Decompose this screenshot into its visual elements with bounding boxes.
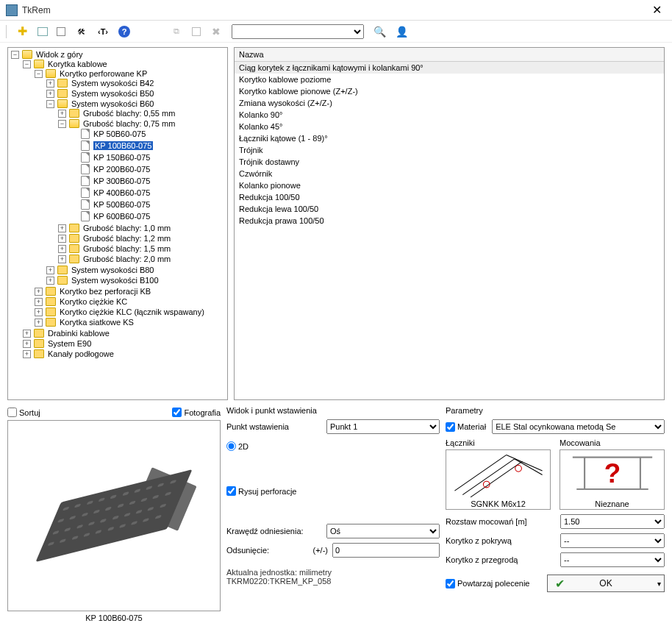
tree-item[interactable]: Grubość blachy: 1,5 mm xyxy=(83,244,171,253)
tree-leaf-selected[interactable]: KP 100B60-075 xyxy=(93,141,153,150)
expand-toggle[interactable]: − xyxy=(58,120,66,128)
expand-toggle[interactable]: + xyxy=(23,330,31,338)
tree-item[interactable]: System wysokości B50 xyxy=(71,89,154,98)
list-item[interactable]: Redukcja 100/50 xyxy=(235,191,664,203)
punkt-select[interactable]: Punkt 1 xyxy=(326,419,440,434)
tree-leaf[interactable]: KP 300B60-075 xyxy=(93,177,150,185)
expand-toggle[interactable]: + xyxy=(46,79,54,88)
list-item[interactable]: Czwórnik xyxy=(235,168,664,179)
tree-item[interactable]: Kanały podłogowe xyxy=(48,349,114,358)
find-person-icon[interactable]: 👤 xyxy=(395,25,408,38)
tree-leaf[interactable]: KP 500B60-075 xyxy=(93,200,150,209)
tree-item[interactable]: Korytko ciężkie KC xyxy=(60,297,127,306)
expand-toggle[interactable]: + xyxy=(46,266,54,274)
radio-2d[interactable]: 2D xyxy=(226,441,249,451)
expand-toggle[interactable]: + xyxy=(23,340,31,348)
krawedz-select[interactable]: Oś xyxy=(326,524,440,538)
przegroda-select[interactable]: -- xyxy=(560,552,665,567)
tree-leaf[interactable]: KP 200B60-075 xyxy=(93,165,150,174)
expand-toggle[interactable]: + xyxy=(46,90,54,98)
tree-item[interactable]: Korytko bez perforacji KB xyxy=(60,287,151,296)
laczniki-thumb[interactable]: SGNKK M6x12 xyxy=(446,449,551,510)
pokrywa-select[interactable]: -- xyxy=(560,533,665,548)
delete-icon[interactable]: ✖ xyxy=(210,25,223,38)
powtarzaj-checkbox[interactable]: Powtarzaj polecenie xyxy=(446,579,529,588)
list-item[interactable]: Redukcja prawa 100/50 xyxy=(235,215,664,227)
expand-toggle[interactable]: − xyxy=(11,51,19,59)
tree-leaf[interactable]: KP 150B60-075 xyxy=(93,153,150,162)
tree-item[interactable]: Korytko ciężkie KLC (łącznik wspawany) xyxy=(60,307,204,316)
list-item[interactable]: Redukcja lewa 100/50 xyxy=(235,203,664,215)
tree-root[interactable]: Widok z góry xyxy=(36,50,83,59)
list-item[interactable]: Kolanko 90° xyxy=(235,109,664,121)
tree-item[interactable]: Grubość blachy: 2,0 mm xyxy=(83,255,171,263)
expand-toggle[interactable]: + xyxy=(58,224,66,232)
expand-toggle[interactable]: + xyxy=(46,277,54,285)
expand-toggle[interactable]: − xyxy=(46,100,54,108)
ok-button[interactable]: ✔ OK ▾ xyxy=(547,575,665,592)
expand-toggle[interactable]: + xyxy=(58,255,66,263)
chevron-down-icon[interactable]: ▾ xyxy=(657,580,661,588)
expand-toggle[interactable]: − xyxy=(35,70,43,78)
list-item[interactable]: Korytko kablowe pionowe (Z+/Z-) xyxy=(235,85,664,97)
toolbar-search-combo[interactable] xyxy=(232,24,364,39)
tree-item[interactable]: System wysokości B80 xyxy=(71,266,154,274)
tree-item[interactable]: Grubość blachy: 1,0 mm xyxy=(83,224,171,232)
list-item[interactable]: Kolanko pionowe xyxy=(235,179,664,191)
tree-item[interactable]: Grubość blachy: 1,2 mm xyxy=(83,234,171,243)
sort-checkbox[interactable]: Sortuj xyxy=(7,408,40,417)
expand-toggle[interactable]: + xyxy=(58,235,66,243)
tree-leaf[interactable]: KP 600B60-075 xyxy=(93,212,150,221)
expand-toggle[interactable]: + xyxy=(35,288,43,296)
photo-checkbox[interactable]: Fotografia xyxy=(172,408,221,417)
list-item[interactable]: Trójnik dostawny xyxy=(235,156,664,168)
pokrywa-label: Korytko z pokrywą xyxy=(446,536,556,545)
list-item[interactable]: Korytko kablowe poziome xyxy=(235,74,664,85)
tree-item[interactable]: Drabinki kablowe xyxy=(48,329,110,338)
expand-toggle[interactable]: + xyxy=(58,245,66,253)
tree-item[interactable]: System E90 xyxy=(48,339,91,348)
odsuniecie-input[interactable] xyxy=(332,543,440,558)
help-icon[interactable]: ? xyxy=(118,26,130,38)
search-icon[interactable]: 🔍 xyxy=(373,25,386,38)
list-item[interactable]: Zmiana wysokości (Z+/Z-) xyxy=(235,97,664,109)
tree-item[interactable]: Korytka siatkowe KS xyxy=(60,318,134,327)
tree-item[interactable]: Grubość blachy: 0,55 mm xyxy=(83,109,175,118)
list-item[interactable]: Ciąg korytek z łącznikami kątowymi i kol… xyxy=(235,62,664,74)
list-item[interactable]: Łączniki kątowe (1 - 89)° xyxy=(235,132,664,144)
material-checkbox[interactable]: Materiał xyxy=(446,422,486,432)
tree-item[interactable]: System wysokości B42 xyxy=(71,79,154,88)
expand-toggle[interactable]: + xyxy=(35,298,43,306)
card-icon[interactable] xyxy=(37,27,48,36)
expand-toggle[interactable]: + xyxy=(58,110,66,118)
rozstaw-select[interactable]: 1.50 xyxy=(560,514,665,529)
tools-icon[interactable]: 🛠 xyxy=(74,25,87,38)
list-item[interactable]: Trójnik xyxy=(235,144,664,156)
copy-icon[interactable]: ⧉ xyxy=(170,25,183,38)
tree-leaf[interactable]: KP 50B60-075 xyxy=(93,129,146,138)
tree-item[interactable]: System wysokości B100 xyxy=(71,276,159,285)
tree-item[interactable]: Grubość blachy: 0,75 mm xyxy=(83,119,175,128)
material-select[interactable]: ELE Stal ocynkowana metodą Se xyxy=(492,419,665,434)
expand-toggle[interactable]: + xyxy=(23,350,31,358)
tree-item[interactable]: Korytko perforowane KP xyxy=(60,69,147,78)
expand-toggle[interactable]: + xyxy=(35,319,43,327)
product-tree[interactable]: −Widok z góry −Korytka kablowe −Korytko … xyxy=(10,49,226,360)
rysuj-checkbox[interactable]: Rysuj perforacje xyxy=(226,486,296,496)
list-icon[interactable] xyxy=(57,27,65,36)
expand-toggle[interactable]: + xyxy=(35,308,43,316)
add-icon[interactable]: ✚ xyxy=(15,25,29,38)
tree-item[interactable]: System wysokości B60 xyxy=(71,99,154,108)
tree-leaf[interactable]: KP 400B60-075 xyxy=(93,188,150,197)
folder-icon xyxy=(34,349,44,358)
tree-item[interactable]: Korytka kablowe xyxy=(48,60,107,68)
expand-toggle[interactable]: − xyxy=(23,60,31,68)
mocowania-thumb[interactable]: ? Nieznane xyxy=(560,449,665,510)
grid-icon[interactable] xyxy=(192,27,201,36)
list-header[interactable]: Nazwa xyxy=(235,48,664,62)
text-icon[interactable]: ‹T› xyxy=(96,25,110,38)
laczniki-caption: SGNKK M6x12 xyxy=(471,499,526,508)
list-item[interactable]: Kolanko 45° xyxy=(235,121,664,132)
folder-icon xyxy=(57,99,68,108)
close-button[interactable]: ✕ xyxy=(648,3,666,17)
